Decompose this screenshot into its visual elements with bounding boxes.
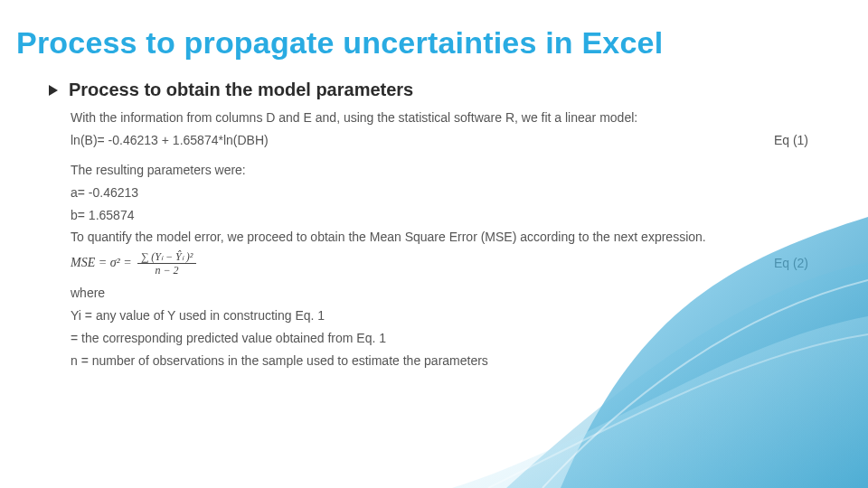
param-a: a= -0.46213 (71, 184, 814, 202)
where-label: where (71, 285, 814, 302)
slide: Process to propagate uncertainties in Ex… (0, 0, 868, 488)
mse-formula: MSE = σ² = ∑ (Yᵢ − Ŷᵢ )² n − 2 (71, 251, 727, 276)
arrow-bullet-icon (49, 85, 58, 96)
subheading: Process to obtain the model parameters (69, 80, 413, 100)
subheading-row: Process to obtain the model parameters (49, 80, 814, 100)
mse-left: MSE = σ² = (71, 255, 132, 272)
where-yhat: = the corresponding predicted value obta… (71, 330, 814, 347)
equation-1-label: Eq (1) (727, 132, 814, 149)
equation-2: MSE = σ² = ∑ (Yᵢ − Ŷᵢ )² n − 2 (71, 251, 727, 276)
equation-1-row: ln(B)= -0.46213 + 1.65874*ln(DBH) Eq (1) (71, 132, 814, 149)
mse-numerator: ∑ (Yᵢ − Ŷᵢ )² (137, 251, 197, 264)
mse-intro: To quantify the model error, we proceed … (71, 229, 814, 246)
page-title: Process to propagate uncertainties in Ex… (16, 25, 663, 61)
equation-1: ln(B)= -0.46213 + 1.65874*ln(DBH) (71, 132, 727, 149)
intro-text: With the information from columns D and … (71, 109, 814, 127)
where-n: n = number of observations in the sample… (71, 352, 814, 370)
where-yi: Yi = any value of Y used in constructing… (71, 307, 814, 324)
equation-2-label: Eq (2) (727, 255, 814, 272)
content-area: Process to obtain the model parameters W… (49, 80, 814, 375)
body-block: With the information from columns D and … (71, 109, 814, 370)
mse-denominator: n − 2 (155, 264, 178, 276)
equation-2-row: MSE = σ² = ∑ (Yᵢ − Ŷᵢ )² n − 2 Eq (2) (71, 251, 814, 276)
params-intro: The resulting parameters were: (71, 162, 814, 179)
mse-fraction: ∑ (Yᵢ − Ŷᵢ )² n − 2 (137, 251, 197, 276)
param-b: b= 1.65874 (71, 207, 814, 224)
